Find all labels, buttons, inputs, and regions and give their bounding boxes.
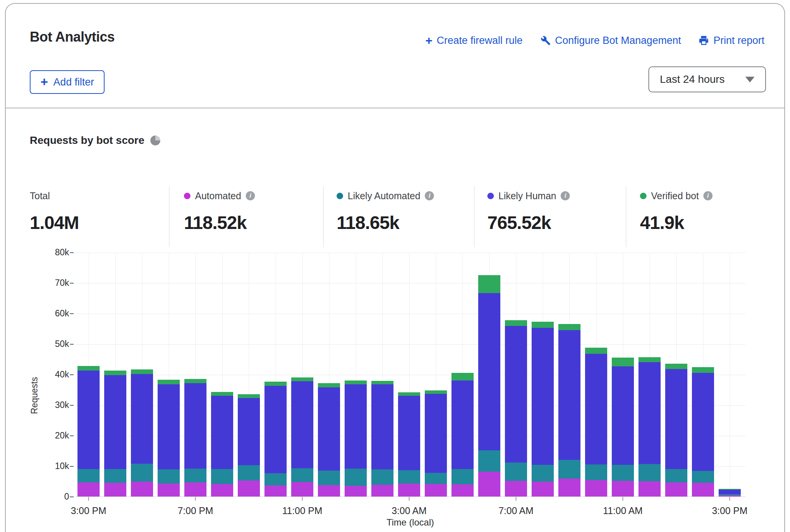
bar-700am[interactable] (505, 320, 527, 497)
y-tick-mark (70, 466, 74, 467)
configure-bot-management-link[interactable]: Configure Bot Management (540, 35, 681, 47)
bar-1100pm[interactable] (291, 377, 313, 497)
bar-800am[interactable] (532, 322, 554, 497)
bar-segment-verified-bot (131, 369, 153, 374)
bar-900am[interactable] (558, 324, 580, 497)
bar-400pm[interactable] (104, 371, 126, 497)
x-tick-mark (622, 497, 623, 501)
bar-segment-likely-human (505, 326, 527, 463)
bar-500pm[interactable] (131, 369, 153, 497)
panel-header: Bot Analytics + Create firewall rule Con… (6, 4, 784, 108)
bar-segment-automated (425, 484, 447, 497)
requests-by-bot-score-chart: 010k20k30k40k50k60k70k80k3:00 PM7:00 PM1… (75, 253, 745, 497)
bar-1100am[interactable] (612, 358, 634, 497)
x-tick-label: 7:00 PM (165, 505, 226, 516)
x-tick-mark (409, 497, 410, 501)
stat-total-label: Total (30, 190, 50, 202)
bar-segment-automated (692, 483, 714, 497)
stat-likely-human-label: Likely Human (498, 190, 556, 202)
bar-segment-verified-bot (158, 380, 180, 385)
bar-segment-verified-bot (532, 322, 554, 327)
add-filter-button[interactable]: + Add filter (30, 70, 105, 94)
bar-segment-likely-human (345, 384, 367, 469)
bar-segment-likely-automated (238, 465, 260, 480)
bar-segment-automated (532, 482, 554, 497)
bar-segment-likely-automated (345, 469, 367, 486)
time-range-dropdown[interactable]: Last 24 hours (648, 66, 766, 92)
gridline (75, 314, 745, 314)
info-icon[interactable]: i (425, 191, 434, 200)
stat-automated: Automated i 118.52k (184, 183, 255, 233)
add-filter-label: Add filter (53, 76, 94, 88)
bar-segment-likely-human (478, 293, 500, 450)
stat-likely-human: Likely Human i 765.52k (487, 183, 570, 233)
bar-segment-automated (585, 480, 607, 497)
bar-segment-likely-automated (638, 464, 661, 481)
x-tick-label: 7:00 AM (485, 505, 547, 516)
bar-segment-verified-bot (104, 371, 126, 375)
bar-100pm[interactable] (665, 364, 687, 497)
bar-800pm[interactable] (211, 392, 233, 497)
bar-segment-likely-human (585, 354, 607, 464)
bar-segment-verified-bot (211, 392, 233, 396)
bar-700pm[interactable] (184, 379, 206, 497)
bar-segment-automated (318, 485, 340, 497)
info-icon[interactable]: i (561, 191, 570, 200)
bar-400am[interactable] (425, 390, 447, 497)
pie-chart-icon (150, 135, 160, 145)
bar-300am[interactable] (398, 392, 420, 497)
bar-segment-verified-bot (345, 380, 367, 384)
bar-segment-likely-human (692, 373, 714, 471)
chevron-down-icon (745, 77, 755, 82)
bar-300pm[interactable] (719, 489, 741, 497)
bar-segment-likely-human (104, 375, 126, 469)
info-icon[interactable]: i (703, 191, 713, 200)
bar-200am[interactable] (371, 381, 393, 497)
bar-segment-verified-bot (612, 358, 634, 366)
gridline (75, 344, 745, 345)
bar-segment-likely-automated (425, 473, 447, 484)
bar-segment-automated (719, 495, 741, 497)
bar-segment-likely-human (158, 384, 180, 469)
bar-segment-likely-human (719, 490, 741, 494)
stat-automated-value: 118.52k (184, 212, 255, 233)
y-tick-label: 20k (42, 430, 69, 441)
stat-automated-label: Automated (195, 190, 241, 202)
y-tick-mark (70, 497, 74, 497)
x-axis-line (75, 497, 745, 497)
create-firewall-rule-link[interactable]: + Create firewall rule (425, 34, 522, 47)
bar-segment-verified-bot (425, 390, 447, 394)
bar-segment-automated (211, 484, 233, 497)
configure-bot-management-label: Configure Bot Management (555, 35, 681, 47)
bar-600am[interactable] (478, 275, 500, 497)
bar-200pm[interactable] (692, 367, 714, 497)
bar-1200am[interactable] (318, 383, 340, 497)
stat-total-value: 1.04M (30, 212, 79, 233)
stat-likely-automated: Likely Automated i 118.65k (337, 183, 434, 233)
stat-total: Total 1.04M (30, 183, 79, 233)
bar-segment-automated (291, 482, 313, 497)
bar-900pm[interactable] (238, 394, 260, 497)
stat-verified-bot-value: 41.9k (640, 212, 713, 233)
verified-bot-legend-dot (640, 193, 647, 199)
bar-500am[interactable] (451, 373, 474, 497)
bar-segment-likely-automated (665, 469, 687, 482)
y-tick-mark (70, 252, 74, 253)
bar-1200pm[interactable] (638, 357, 661, 497)
bar-segment-likely-automated (318, 471, 340, 485)
bar-segment-verified-bot (398, 392, 420, 396)
bar-segment-verified-bot (451, 373, 474, 380)
y-tick-label: 60k (42, 308, 69, 319)
bar-1000am[interactable] (585, 348, 607, 497)
stat-verified-bot-label: Verified bot (651, 190, 699, 202)
info-icon[interactable]: i (246, 191, 255, 200)
print-report-link[interactable]: Print report (698, 35, 764, 47)
bar-1000pm[interactable] (264, 382, 287, 497)
bar-600pm[interactable] (158, 380, 180, 497)
bar-100am[interactable] (345, 380, 367, 497)
divider (474, 186, 474, 247)
automated-legend-dot (184, 193, 190, 199)
bar-300pm[interactable] (77, 366, 100, 497)
bar-segment-verified-bot (505, 320, 527, 326)
bar-segment-verified-bot (665, 364, 687, 369)
